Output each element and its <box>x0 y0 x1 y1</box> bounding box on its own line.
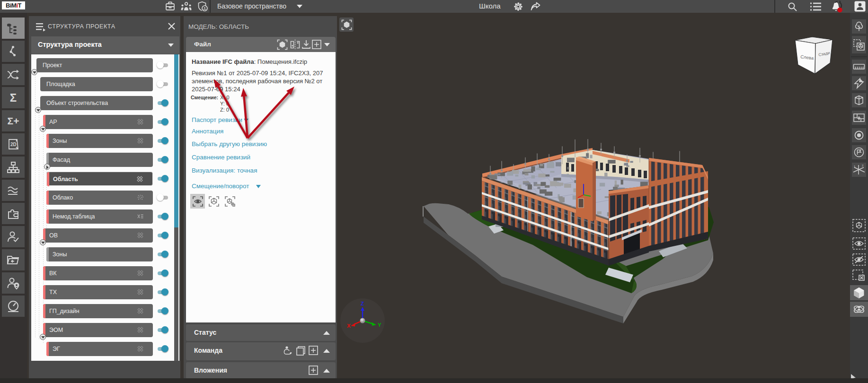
svg-text:Y: Y <box>378 322 381 328</box>
svg-text:1: 1 <box>854 165 856 168</box>
svg-text:2D: 2D <box>10 142 17 147</box>
svg-text:Z: Z <box>361 301 364 306</box>
svg-text:2: 2 <box>862 164 864 167</box>
svg-text:X: X <box>347 323 351 329</box>
